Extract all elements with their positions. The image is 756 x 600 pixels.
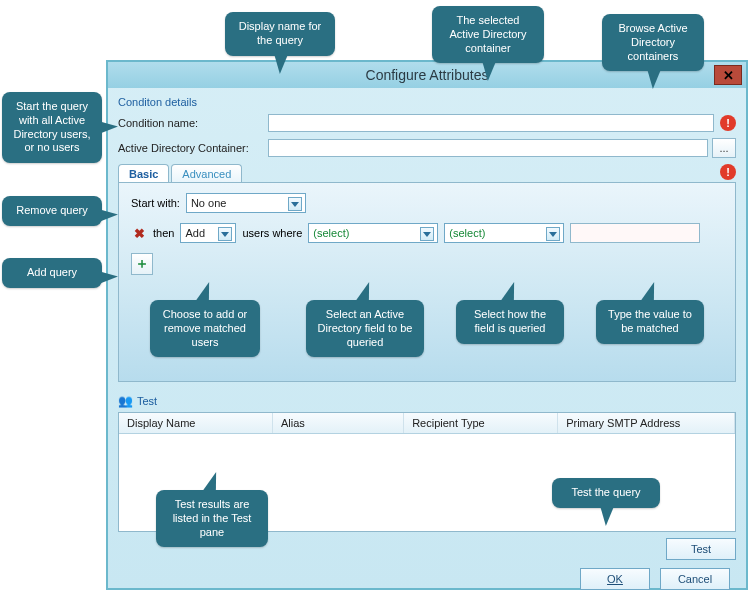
- col-smtp[interactable]: Primary SMTP Address: [558, 413, 735, 433]
- condition-name-row: Condition name: !: [118, 114, 736, 132]
- start-with-select[interactable]: No one: [186, 193, 306, 213]
- test-button[interactable]: Test: [666, 538, 736, 560]
- tab-advanced[interactable]: Advanced: [171, 164, 242, 182]
- then-label: then: [153, 227, 174, 239]
- tab-basic-label: Basic: [129, 168, 158, 180]
- condition-name-label: Condition name:: [118, 117, 268, 129]
- test-section-label: 👥 Test: [118, 394, 736, 408]
- cancel-button[interactable]: Cancel: [660, 568, 730, 590]
- grid-header: Display Name Alias Recipient Type Primar…: [119, 413, 735, 434]
- chevron-down-icon: [420, 227, 434, 241]
- callout-selected-adc: The selected Active Directory container: [432, 6, 544, 63]
- browse-ad-button[interactable]: ...: [712, 138, 736, 158]
- callout-add-query: Add query: [2, 258, 102, 288]
- callout-select-how: Select how the field is queried: [456, 300, 564, 344]
- tab-basic[interactable]: Basic: [118, 164, 169, 182]
- condition-name-input[interactable]: [268, 114, 714, 132]
- add-query-button[interactable]: ＋: [131, 253, 153, 275]
- tabs: Basic Advanced !: [118, 164, 736, 182]
- close-button[interactable]: ✕: [714, 65, 742, 85]
- ok-button-label: OK: [607, 573, 623, 585]
- ok-button[interactable]: OK: [580, 568, 650, 590]
- cancel-button-label: Cancel: [678, 573, 712, 585]
- callout-test-query: Test the query: [552, 478, 660, 508]
- match-value-input[interactable]: [570, 223, 700, 243]
- remove-query-button[interactable]: ✖: [131, 225, 147, 241]
- ad-container-label: Active Directory Container:: [118, 142, 268, 154]
- chevron-down-icon: [218, 227, 232, 241]
- callout-browse-adc: Browse Active Directory containers: [602, 14, 704, 71]
- operator-value: (select): [449, 227, 503, 239]
- condition-details-label: Conditon details: [118, 96, 736, 108]
- chevron-down-icon: [546, 227, 560, 241]
- add-query-row: ＋: [131, 253, 723, 275]
- then-row: ✖ then Add users where (select) (select): [131, 223, 723, 243]
- people-icon: 👥: [118, 394, 133, 408]
- operator-select[interactable]: (select): [444, 223, 564, 243]
- start-with-row: Start with: No one: [131, 193, 723, 213]
- callout-display-name: Display name for the query: [225, 12, 335, 56]
- callout-start-query: Start the query with all Active Director…: [2, 92, 102, 163]
- callout-select-field: Select an Active Directory field to be q…: [306, 300, 424, 357]
- col-display-name[interactable]: Display Name: [119, 413, 273, 433]
- action-select[interactable]: Add: [180, 223, 236, 243]
- chevron-down-icon: [288, 197, 302, 211]
- col-recipient-type[interactable]: Recipient Type: [404, 413, 558, 433]
- callout-remove-query: Remove query: [2, 196, 102, 226]
- callout-choose-add-remove: Choose to add or remove matched users: [150, 300, 260, 357]
- ad-container-row: Active Directory Container: ...: [118, 138, 736, 158]
- close-icon: ✕: [723, 68, 734, 83]
- tab-advanced-label: Advanced: [182, 168, 231, 180]
- window-title: Configure Attributes: [366, 67, 489, 83]
- col-alias[interactable]: Alias: [273, 413, 404, 433]
- field-value: (select): [313, 227, 367, 239]
- test-button-label: Test: [691, 543, 711, 555]
- start-with-label: Start with:: [131, 197, 180, 209]
- field-select[interactable]: (select): [308, 223, 438, 243]
- callout-test-results: Test results are listed in the Test pane: [156, 490, 268, 547]
- dialog-footer: OK Cancel: [118, 560, 736, 594]
- test-label-text: Test: [137, 395, 157, 407]
- users-where-label: users where: [242, 227, 302, 239]
- tab-error-icon: !: [720, 164, 736, 180]
- ad-container-input[interactable]: [268, 139, 708, 157]
- callout-type-value: Type the value to be matched: [596, 300, 704, 344]
- error-icon: !: [720, 115, 736, 131]
- action-value: Add: [185, 227, 223, 239]
- start-with-value: No one: [191, 197, 244, 209]
- ellipsis-icon: ...: [719, 142, 728, 154]
